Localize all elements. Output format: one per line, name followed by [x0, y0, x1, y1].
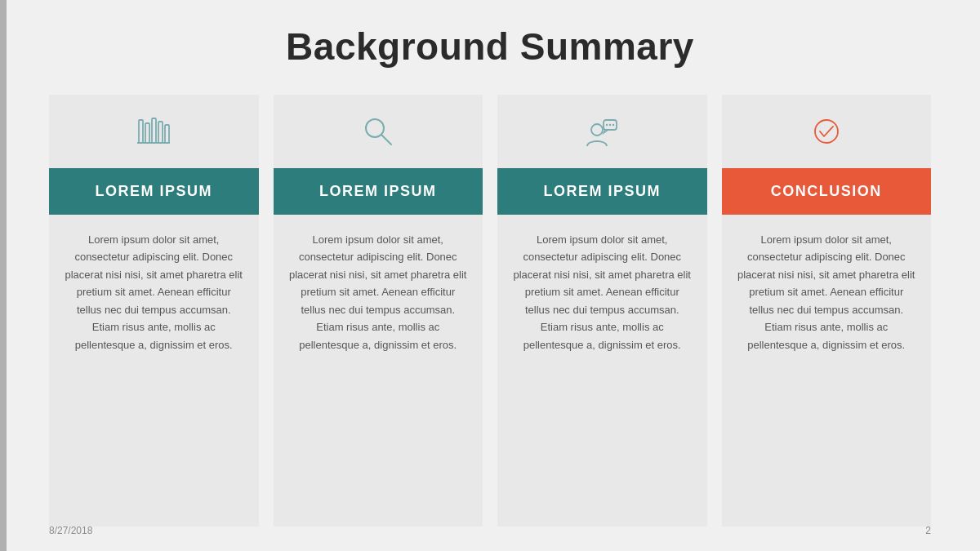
card-3-icon-area — [497, 95, 707, 168]
checkmark-circle-icon — [807, 112, 846, 151]
card-1-text: Lorem ipsum dolor sit amet, consectetur … — [64, 231, 244, 353]
card-1-icon-area — [49, 95, 259, 168]
card-1-title: LOREM IPSUM — [95, 183, 212, 199]
card-2-header: LOREM IPSUM — [274, 168, 483, 215]
card-2-body: Lorem ipsum dolor sit amet, consectetur … — [274, 215, 483, 527]
svg-point-12 — [612, 124, 614, 126]
card-4-header: CONCLUSION — [722, 168, 932, 215]
card-3-body: Lorem ipsum dolor sit amet, consectetur … — [497, 215, 707, 527]
card-2-text: Lorem ipsum dolor sit amet, consectetur … — [288, 231, 469, 353]
card-1-body: Lorem ipsum dolor sit amet, consectetur … — [49, 215, 259, 527]
svg-point-10 — [606, 124, 608, 126]
card-4-text: Lorem ipsum dolor sit amet, consectetur … — [737, 231, 917, 353]
footer: 8/27/2018 2 — [49, 525, 931, 536]
page-title: Background Summary — [286, 24, 694, 69]
footer-page: 2 — [925, 525, 931, 536]
book-shelves-icon — [134, 112, 173, 151]
svg-rect-4 — [165, 125, 169, 143]
card-1: LOREM IPSUM Lorem ipsum dolor sit amet, … — [49, 95, 259, 527]
svg-point-8 — [591, 124, 603, 136]
card-3-text: Lorem ipsum dolor sit amet, consectetur … — [512, 231, 693, 353]
card-2-icon-area — [274, 95, 483, 168]
card-4-title: CONCLUSION — [771, 183, 882, 199]
card-4: CONCLUSION Lorem ipsum dolor sit amet, c… — [722, 95, 932, 527]
svg-rect-2 — [152, 118, 156, 143]
card-2: LOREM IPSUM Lorem ipsum dolor sit amet, … — [274, 95, 483, 527]
card-4-body: Lorem ipsum dolor sit amet, consectetur … — [722, 215, 932, 527]
footer-date: 8/27/2018 — [49, 525, 92, 536]
card-3-header: LOREM IPSUM — [497, 168, 707, 215]
card-3: LOREM IPSUM Lorem ipsum dolor sit amet, … — [497, 95, 707, 527]
card-2-title: LOREM IPSUM — [319, 183, 437, 199]
svg-point-6 — [366, 119, 384, 137]
svg-point-13 — [815, 120, 838, 143]
svg-rect-3 — [158, 122, 163, 143]
svg-rect-1 — [145, 123, 149, 143]
cards-container: LOREM IPSUM Lorem ipsum dolor sit amet, … — [49, 95, 931, 527]
svg-point-11 — [609, 124, 611, 126]
svg-rect-0 — [139, 120, 143, 143]
search-icon — [359, 112, 398, 151]
card-1-header: LOREM IPSUM — [49, 168, 259, 215]
card-4-icon-area — [722, 95, 932, 168]
svg-line-7 — [381, 136, 391, 145]
person-speech-icon — [582, 112, 621, 151]
slide: Background Summary LOREM — [0, 0, 980, 551]
card-3-title: LOREM IPSUM — [543, 183, 661, 199]
